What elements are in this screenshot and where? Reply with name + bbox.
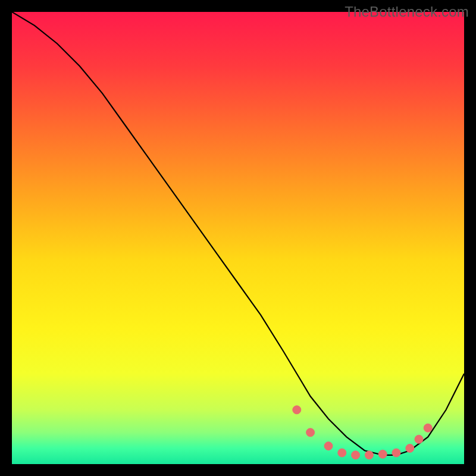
data-dot (406, 444, 414, 452)
data-dot (378, 450, 387, 458)
data-dot (352, 451, 360, 459)
data-dot (392, 449, 400, 457)
chart-frame: TheBottleneck.com (0, 0, 476, 476)
data-dot (324, 442, 333, 450)
data-dot (424, 424, 432, 432)
data-dot (338, 449, 346, 457)
plot-area (12, 12, 464, 464)
data-dot (306, 428, 315, 437)
data-dot (365, 451, 373, 459)
gradient-background (12, 12, 464, 464)
data-dot (293, 406, 301, 414)
data-dot (415, 435, 423, 443)
chart-svg (12, 12, 464, 464)
watermark-text: TheBottleneck.com (345, 4, 469, 20)
